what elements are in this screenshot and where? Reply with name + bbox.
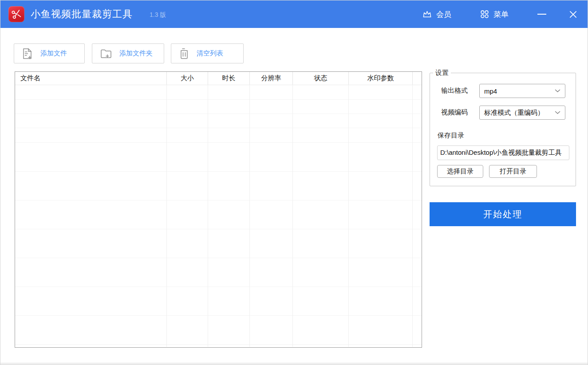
output-format-select[interactable]: mp4	[479, 84, 565, 98]
table-column-line	[292, 85, 293, 347]
column-header-watermark: 水印参数	[348, 72, 412, 85]
column-header-duration: 时长	[208, 72, 249, 85]
close-icon	[569, 10, 577, 19]
menu-button[interactable]: 菜单	[480, 0, 509, 28]
table-column-line	[208, 85, 208, 347]
choose-dir-button[interactable]: 选择目录	[437, 165, 483, 178]
member-label: 会员	[436, 9, 451, 20]
titlebar: 小鱼视频批量裁剪工具 1.3 版 会员 菜单	[0, 0, 588, 28]
minimize-icon	[537, 14, 546, 15]
scissors-icon	[11, 9, 22, 20]
add-folder-button[interactable]: 添加文件夹	[92, 43, 164, 63]
table-column-line	[412, 85, 413, 347]
trash-icon	[179, 47, 189, 60]
clear-list-button[interactable]: 清空列表	[171, 43, 244, 63]
video-codec-label: 视频编码	[441, 108, 468, 117]
crown-icon	[422, 9, 432, 20]
column-header-size: 大小	[166, 72, 208, 85]
folder-plus-icon	[100, 48, 112, 59]
app-title: 小鱼视频批量裁剪工具	[31, 0, 133, 28]
table-column-line	[166, 85, 167, 347]
video-codec-value: 标准模式（重编码）	[484, 109, 544, 117]
column-header-resolution: 分辨率	[249, 72, 292, 85]
file-list-area[interactable]	[15, 85, 422, 347]
chevron-down-icon	[555, 111, 560, 114]
clear-list-label: 清空列表	[197, 49, 223, 58]
column-header-filename: 文件名	[15, 72, 166, 85]
settings-group: 设置 输出格式 mp4 视频编码 标准模式（重编码） 保存目录 选择目录 打开目…	[430, 73, 576, 186]
table-column-line	[348, 85, 349, 347]
chevron-down-icon	[555, 89, 560, 93]
open-dir-button[interactable]: 打开目录	[489, 165, 537, 178]
table-column-line	[249, 85, 250, 347]
file-plus-icon	[22, 47, 33, 60]
grid-dots-icon	[480, 9, 489, 19]
file-table: 文件名 大小 时长 分辨率 状态 水印参数	[15, 71, 422, 348]
add-folder-label: 添加文件夹	[119, 49, 153, 58]
app-version: 1.3 版	[150, 0, 166, 28]
add-file-label: 添加文件	[40, 49, 67, 58]
window-footer-strip	[0, 363, 588, 365]
file-table-header: 文件名 大小 时长 分辨率 状态 水印参数	[15, 72, 422, 85]
start-processing-button[interactable]: 开始处理	[430, 202, 576, 226]
save-dir-label: 保存目录	[438, 131, 464, 140]
member-button[interactable]: 会员	[422, 0, 451, 28]
column-header-spacer	[412, 72, 422, 85]
output-format-value: mp4	[484, 87, 497, 95]
close-button[interactable]	[563, 0, 583, 28]
add-file-button[interactable]: 添加文件	[14, 43, 85, 63]
app-logo	[8, 6, 24, 22]
video-codec-select[interactable]: 标准模式（重编码）	[479, 106, 565, 120]
settings-group-title: 设置	[433, 69, 451, 77]
save-dir-input[interactable]	[437, 145, 569, 160]
minimize-button[interactable]	[532, 0, 552, 28]
column-header-status: 状态	[292, 72, 348, 85]
output-format-label: 输出格式	[441, 86, 468, 95]
menu-label: 菜单	[493, 9, 509, 20]
